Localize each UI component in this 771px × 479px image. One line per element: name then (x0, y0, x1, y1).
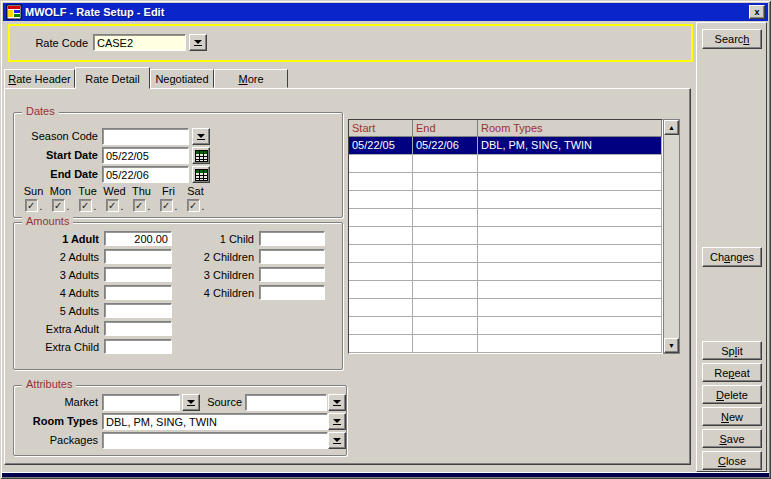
market-lov-button[interactable] (182, 394, 200, 411)
table-scrollbar[interactable]: ▲ ▼ (663, 119, 680, 354)
cell-start: 05/22/05 (349, 137, 413, 154)
window-bottom-border (2, 472, 769, 477)
source-lov-button[interactable] (328, 394, 346, 411)
cell-room-types: DBL, PM, SING, TWIN (478, 137, 662, 154)
table-row-empty[interactable] (349, 173, 662, 191)
day-checkbox-mon[interactable]: ✓ (52, 199, 65, 212)
tab-rate-detail[interactable]: Rate Detail (75, 67, 150, 89)
table-row-empty[interactable] (349, 245, 662, 263)
changes-button[interactable]: Changes (702, 247, 762, 267)
amount-label-4-adults: 4 Adults (14, 287, 99, 299)
dates-group-title: Dates (22, 105, 59, 117)
market-label: Market (14, 396, 98, 408)
day-label-mon: Mon (47, 185, 74, 198)
lov-dropdown-icon (197, 134, 205, 140)
day-checkbox-wed[interactable]: ✓ (106, 199, 119, 212)
table-row-empty[interactable] (349, 281, 662, 299)
start-date-calendar-button[interactable] (192, 147, 210, 164)
rate-periods-grid: Start End Room Types 05/22/05 05/22/06 D… (348, 119, 663, 354)
end-date-input[interactable] (102, 166, 189, 183)
amount-input-extra-adult[interactable] (104, 321, 172, 336)
rate-detail-tab-page: Dates Season Code Start Date End Date (4, 88, 691, 465)
season-code-lov-button[interactable] (192, 128, 210, 145)
attributes-group-title: Attributes (22, 378, 76, 390)
table-row-empty[interactable] (349, 227, 662, 245)
day-checkbox-sun[interactable]: ✓ (25, 199, 38, 212)
rate-code-input[interactable] (93, 34, 186, 51)
table-row-selected[interactable]: 05/22/05 05/22/06 DBL, PM, SING, TWIN (349, 137, 662, 155)
title-bar: MWOLF - Rate Setup - Edit x (3, 3, 768, 21)
repeat-button[interactable]: Repeat (702, 363, 762, 382)
search-button[interactable]: Search (702, 29, 762, 49)
packages-input[interactable] (102, 432, 328, 449)
amount-label-extra-adult: Extra Adult (14, 323, 99, 335)
new-button[interactable]: New (702, 407, 762, 426)
market-input[interactable] (102, 394, 180, 411)
day-label-fri: Fri (155, 185, 182, 198)
amount-label-2-children: 2 Children (154, 251, 254, 263)
amounts-group-title: Amounts (22, 215, 73, 227)
season-code-input[interactable] (102, 128, 189, 145)
app-icon (6, 4, 22, 20)
source-label: Source (200, 396, 242, 408)
amounts-group: Amounts 1 Adult 2 Adults 3 Adults 4 Adul… (13, 222, 343, 370)
day-label-wed: Wed (101, 185, 128, 198)
tab-rate-header[interactable]: Rate Header (4, 69, 75, 88)
amount-input-4-children[interactable] (259, 285, 325, 300)
table-row-empty[interactable] (349, 191, 662, 209)
calendar-icon (195, 169, 208, 181)
start-date-label: Start Date (14, 149, 98, 161)
cell-end: 05/22/06 (413, 137, 478, 154)
save-button[interactable]: Save (702, 429, 762, 448)
rate-setup-window: MWOLF - Rate Setup - Edit x Rate Code Ra… (0, 0, 771, 479)
table-row-empty[interactable] (349, 155, 662, 173)
table-row-empty[interactable] (349, 263, 662, 281)
amount-label-1-child: 1 Child (154, 233, 254, 245)
start-date-input[interactable] (102, 147, 189, 164)
room-types-input[interactable] (102, 413, 328, 430)
tab-more[interactable]: More (214, 69, 288, 88)
rate-code-lov-button[interactable] (189, 34, 207, 51)
room-types-label: Room Types (14, 415, 98, 427)
table-row-empty[interactable] (349, 299, 662, 317)
close-button[interactable]: Close (702, 451, 762, 470)
scroll-down-icon[interactable]: ▼ (664, 338, 679, 353)
action-panel: Search Changes Split Repeat Delete New S… (696, 22, 767, 472)
delete-button[interactable]: Delete (702, 385, 762, 404)
packages-lov-button[interactable] (328, 432, 346, 449)
amount-input-3-children[interactable] (259, 267, 325, 282)
tab-negotiated[interactable]: Negotiated (150, 69, 214, 88)
day-checkbox-fri[interactable]: ✓ (160, 199, 173, 212)
rate-code-panel: Rate Code (8, 24, 693, 62)
calendar-icon (195, 150, 208, 162)
day-label-thu: Thu (128, 185, 155, 198)
dates-group: Dates Season Code Start Date End Date (13, 112, 343, 218)
amount-label-3-adults: 3 Adults (14, 269, 99, 281)
room-types-lov-button[interactable] (328, 413, 346, 430)
split-button[interactable]: Split (702, 341, 762, 360)
window-title: MWOLF - Rate Setup - Edit (25, 6, 746, 18)
column-header-end: End (413, 120, 478, 136)
day-checkbox-tue[interactable]: ✓ (79, 199, 92, 212)
amount-input-extra-child[interactable] (104, 339, 172, 354)
table-row-empty[interactable] (349, 209, 662, 227)
day-label-sun: Sun (20, 185, 47, 198)
amount-input-1-child[interactable] (259, 231, 325, 246)
lov-dropdown-icon (194, 40, 202, 46)
table-header-row: Start End Room Types (349, 120, 662, 137)
weekday-checkbox-row: Sun ✓. Mon ✓. Tue ✓. Wed ✓. Thu ✓. Fri ✓… (20, 185, 209, 212)
scroll-up-icon[interactable]: ▲ (664, 120, 679, 135)
amount-label-2-adults: 2 Adults (14, 251, 99, 263)
table-row-empty[interactable] (349, 317, 662, 335)
amount-label-4-children: 4 Children (154, 287, 254, 299)
day-checkbox-thu[interactable]: ✓ (133, 199, 146, 212)
table-row-empty[interactable] (349, 335, 662, 353)
amount-input-2-children[interactable] (259, 249, 325, 264)
end-date-calendar-button[interactable] (192, 166, 210, 183)
packages-label: Packages (14, 434, 98, 446)
day-label-tue: Tue (74, 185, 101, 198)
source-input[interactable] (245, 394, 327, 411)
amount-input-5-adults[interactable] (104, 303, 172, 318)
day-checkbox-sat[interactable]: ✓ (187, 199, 200, 212)
close-icon[interactable]: x (749, 5, 765, 19)
